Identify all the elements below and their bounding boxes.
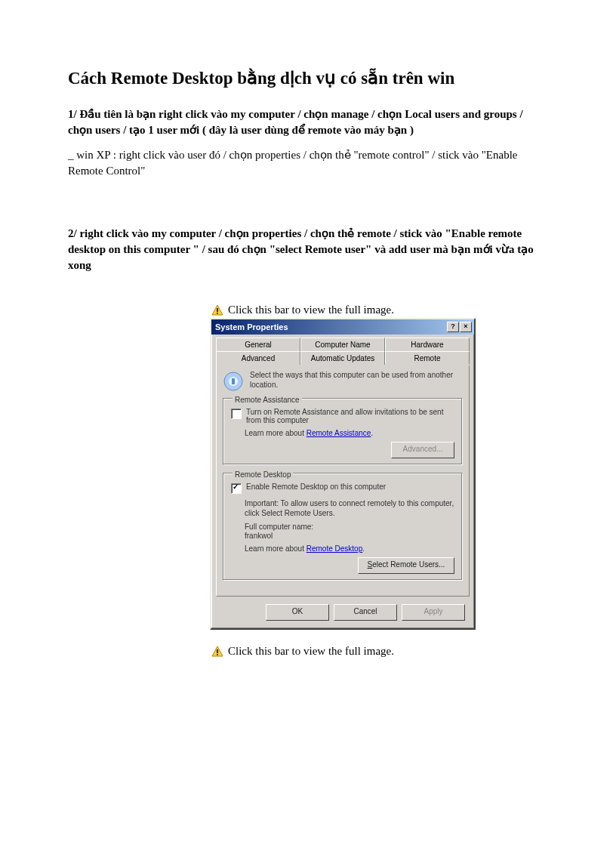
group-remote-assistance: Remote Assistance Turn on Remote Assista… [223,398,463,465]
select-remote-users-button[interactable]: Select Remote Users... [358,557,454,574]
system-properties-dialog: System Properties ? × General Computer N… [210,318,476,630]
svg-rect-7 [217,649,218,653]
warning-icon [211,304,223,316]
remote-info-text: Select the ways that this computer can b… [250,371,463,390]
link-remote-desktop[interactable]: Remote Desktop [306,544,362,553]
full-computer-name-value: frankwol [245,532,454,540]
checkbox-remote-assistance-label: Turn on Remote Assistance and allow invi… [246,408,454,424]
tab-advanced[interactable]: Advanced [216,351,300,365]
expand-bar-bottom[interactable]: Click this bar to view the full image. [211,645,548,658]
full-computer-name-label: Full computer name: [245,523,454,531]
tab-general[interactable]: General [216,338,300,351]
group-remote-desktop-legend: Remote Desktop [233,470,293,479]
tab-remote[interactable]: Remote [385,351,470,365]
svg-rect-1 [217,308,218,312]
expand-bar-bottom-text: Click this bar to view the full image. [228,645,394,658]
group-remote-assistance-legend: Remote Assistance [233,396,302,404]
link-remote-assistance[interactable]: Remote Assistance [306,429,371,437]
learn-ra-prefix: Learn more about [245,429,306,437]
checkbox-remote-assistance[interactable] [231,409,242,419]
group-remote-desktop: Remote Desktop Enable Remote Desktop on … [223,473,463,581]
step-1-xp: _ win XP : right click vào user đó / chọ… [68,147,548,179]
tab-panel-remote: Select the ways that this computer can b… [216,364,470,597]
apply-button[interactable]: Apply [402,604,465,621]
svg-rect-8 [217,654,218,655]
dialog-title-text: System Properties [215,322,288,331]
help-button[interactable]: ? [447,322,459,332]
step-1: 1/ Đầu tiên là bạn right click vào my co… [68,106,548,138]
dialog-titlebar: System Properties ? × [211,319,474,335]
important-note: Important: To allow users to connect rem… [245,498,454,518]
remote-info-icon [223,371,244,392]
page-title: Cách Remote Desktop bằng dịch vụ có sẵn … [68,68,548,88]
tabs: General Computer Name Hardware Advanced … [216,338,470,597]
svg-rect-2 [217,313,218,314]
tab-computer-name[interactable]: Computer Name [300,338,385,351]
checkbox-remote-desktop[interactable] [231,483,242,494]
expand-bar-top[interactable]: Click this bar to view the full image. [211,304,548,316]
dialog-button-row: OK Cancel Apply [216,601,470,624]
step-2: 2/ right click vào my computer / chọn pr… [68,226,548,273]
checkbox-remote-desktop-label: Enable Remote Desktop on this computer [246,483,386,491]
tab-hardware[interactable]: Hardware [385,338,470,351]
tab-automatic-updates[interactable]: Automatic Updates [300,351,385,365]
learn-rd-prefix: Learn more about [245,544,306,553]
advanced-button[interactable]: Advanced... [391,442,454,458]
cancel-button[interactable]: Cancel [334,604,397,621]
close-button[interactable]: × [460,322,472,332]
expand-bar-top-text: Click this bar to view the full image. [228,304,394,316]
warning-icon [211,646,223,658]
svg-rect-5 [232,378,235,384]
ok-button[interactable]: OK [266,604,329,621]
